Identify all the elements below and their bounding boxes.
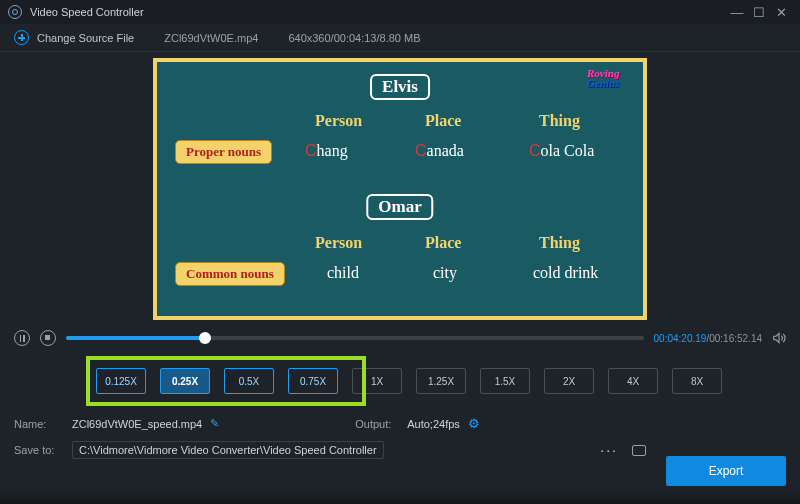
output-format: Auto;24fps xyxy=(407,418,460,430)
source-meta: 640x360/00:04:13/8.80 MB xyxy=(288,32,420,44)
video-text: Elvis xyxy=(370,74,430,100)
name-label: Name: xyxy=(14,418,64,430)
output-label: Output: xyxy=(355,418,399,430)
save-to-label: Save to: xyxy=(14,444,64,456)
speed-4x-button[interactable]: 4X xyxy=(608,368,658,394)
edit-name-button[interactable]: ✎ xyxy=(210,417,219,430)
video-text: Thing xyxy=(539,112,580,130)
minimize-button[interactable]: ― xyxy=(726,5,748,20)
video-preview[interactable]: Roving Genius Elvis Person Place Thing P… xyxy=(153,58,647,320)
preview-area: Roving Genius Elvis Person Place Thing P… xyxy=(0,52,800,324)
change-source-label: Change Source File xyxy=(37,32,134,44)
maximize-button[interactable]: ☐ xyxy=(748,5,770,20)
speed-1.5x-button[interactable]: 1.5X xyxy=(480,368,530,394)
app-title: Video Speed Controller xyxy=(30,6,144,18)
video-text: Chang xyxy=(305,142,348,160)
speed-selector: 0.125X0.25X0.5X0.75X1X1.25X1.5X2X4X8X xyxy=(0,346,800,412)
video-text: Cola Cola xyxy=(529,142,594,160)
speed-8x-button[interactable]: 8X xyxy=(672,368,722,394)
seek-slider[interactable] xyxy=(66,336,644,340)
open-folder-button[interactable] xyxy=(632,445,646,456)
output-name-row: Name: ZCl69dVtW0E_speed.mp4 ✎ Output: Au… xyxy=(0,412,800,435)
stop-button[interactable] xyxy=(40,330,56,346)
speed-2x-button[interactable]: 2X xyxy=(544,368,594,394)
video-text: Place xyxy=(425,112,461,130)
save-path-field[interactable]: C:\Vidmore\Vidmore Video Converter\Video… xyxy=(72,441,384,459)
volume-icon[interactable] xyxy=(772,331,786,345)
title-bar: Video Speed Controller ― ☐ ✕ xyxy=(0,0,800,24)
video-text: Person xyxy=(315,112,362,130)
toolbar: Change Source File ZCl69dVtW0E.mp4 640x3… xyxy=(0,24,800,52)
play-pause-button[interactable] xyxy=(14,330,30,346)
export-button[interactable]: Export xyxy=(666,456,786,486)
video-text: Place xyxy=(425,234,461,252)
output-settings-button[interactable]: ⚙ xyxy=(468,416,480,431)
speed-0.125x-button[interactable]: 0.125X xyxy=(96,368,146,394)
video-text: Person xyxy=(315,234,362,252)
video-text: Omar xyxy=(366,194,433,220)
transport-bar: 00:04:20.19/00:16:52.14 xyxy=(0,324,800,346)
video-text: Canada xyxy=(415,142,464,160)
speed-0.75x-button[interactable]: 0.75X xyxy=(288,368,338,394)
video-text: Common nouns xyxy=(175,262,285,286)
output-name: ZCl69dVtW0E_speed.mp4 xyxy=(72,418,202,430)
speed-1.25x-button[interactable]: 1.25X xyxy=(416,368,466,394)
speed-1x-button[interactable]: 1X xyxy=(352,368,402,394)
plus-icon xyxy=(14,30,29,45)
app-logo-icon xyxy=(8,5,22,19)
close-button[interactable]: ✕ xyxy=(770,5,792,20)
video-text: child xyxy=(327,264,359,282)
video-watermark: Roving Genius xyxy=(587,68,633,98)
change-source-button[interactable]: Change Source File xyxy=(14,30,134,45)
more-options-button[interactable]: ··· xyxy=(600,442,618,458)
speed-0.25x-button[interactable]: 0.25X xyxy=(160,368,210,394)
video-text: Proper nouns xyxy=(175,140,272,164)
video-text: cold drink xyxy=(533,264,598,282)
speed-0.5x-button[interactable]: 0.5X xyxy=(224,368,274,394)
video-text: Thing xyxy=(539,234,580,252)
time-display: 00:04:20.19/00:16:52.14 xyxy=(654,333,762,344)
source-filename: ZCl69dVtW0E.mp4 xyxy=(164,32,258,44)
video-text: city xyxy=(433,264,457,282)
